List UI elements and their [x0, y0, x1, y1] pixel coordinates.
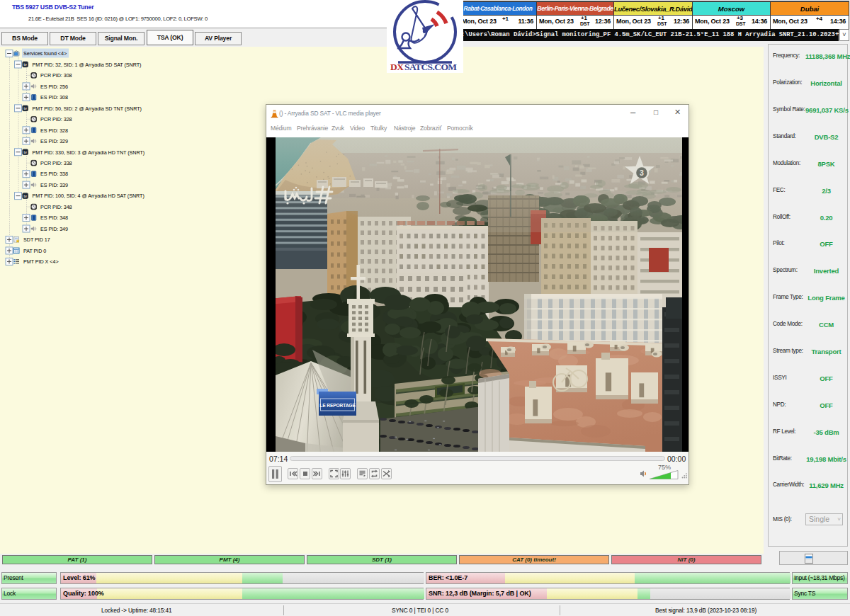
svg-text:ES PID: 328: ES PID: 328 [40, 127, 68, 134]
svg-text:PCR PID: 338: PCR PID: 338 [40, 160, 72, 166]
svg-text:SDT PID 17: SDT PID 17 [23, 236, 50, 243]
svg-text:ES PID: 349: ES PID: 349 [40, 226, 68, 232]
svg-text:DX: DX [390, 62, 404, 72]
svg-text:ES PID: 308: ES PID: 308 [40, 94, 68, 101]
svg-text:ES PID: 339: ES PID: 339 [40, 182, 68, 188]
svg-text:Services found <4>: Services found <4> [23, 50, 67, 57]
svg-text:ES PID: 329: ES PID: 329 [40, 138, 68, 144]
svg-text:ES PID: 338: ES PID: 338 [40, 171, 68, 177]
svg-text:PMT PID X <4>: PMT PID X <4> [23, 258, 59, 265]
svg-text:PMT PID: 50, SID: 2 @ Arryadia: PMT PID: 50, SID: 2 @ Arryadia SD TNT (S… [33, 105, 142, 112]
svg-text:PCR PID: 308: PCR PID: 308 [40, 72, 72, 79]
svg-text:PMT PID: 100, SID: 4 @ Arryadi: PMT PID: 100, SID: 4 @ Arryadia HD SAT (… [33, 193, 144, 199]
svg-text:ES PID: 256: ES PID: 256 [40, 84, 68, 90]
svg-text:PMT PID: 330, SID: 3 @ Arryadi: PMT PID: 330, SID: 3 @ Arryadia HD TNT (… [33, 149, 145, 156]
svg-text:PCR PID: 348: PCR PID: 348 [40, 204, 72, 210]
svg-text:tv: tv [24, 107, 28, 110]
svg-text:tv: tv [24, 63, 28, 67]
svg-text:tv: tv [24, 151, 28, 154]
svg-text:ES PID: 348: ES PID: 348 [40, 215, 68, 221]
svg-text:PMT PID: 32, SID: 1 @ Arryadia: PMT PID: 32, SID: 1 @ Arryadia SD SAT (S… [33, 62, 142, 68]
svg-text:SATCS.COM: SATCS.COM [404, 62, 457, 72]
svg-text:tv: tv [24, 195, 28, 198]
svg-text:PAT PID 0: PAT PID 0 [23, 248, 46, 254]
svg-text:PCR PID: 328: PCR PID: 328 [40, 116, 72, 122]
